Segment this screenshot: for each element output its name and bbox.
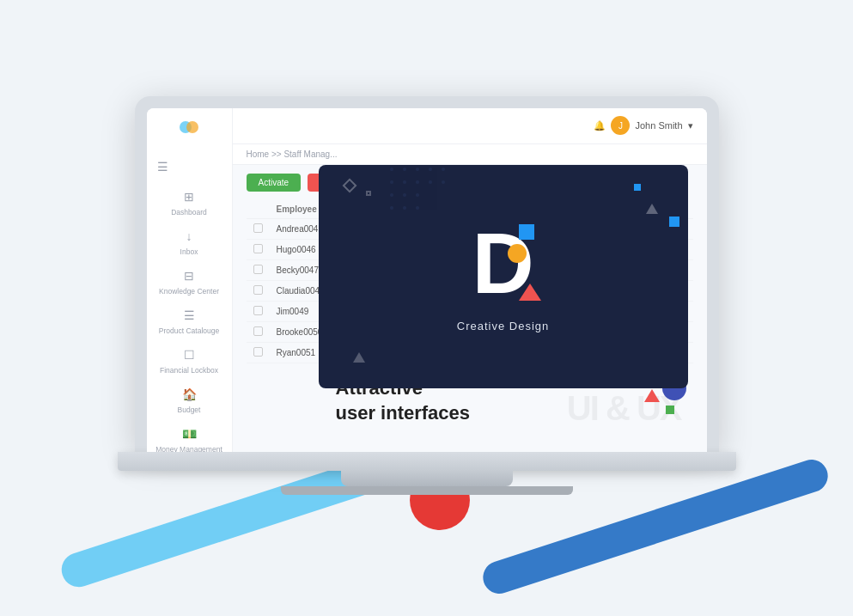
sidebar-item-dashboard[interactable]: ⊞ Dashboard [147, 182, 232, 222]
laptop-foot [281, 486, 573, 495]
svg-point-11 [442, 180, 445, 184]
activate-button[interactable]: Activate [247, 174, 302, 192]
dot-grid [387, 165, 456, 234]
svg-point-3 [403, 168, 406, 171]
sidebar-item-money[interactable]: 💵 Money Management [147, 419, 232, 452]
avatar: J [611, 116, 630, 135]
deco-blue-sq [634, 184, 641, 191]
deco-triangle [646, 204, 658, 214]
laptop-screen-inner: ☰ ⊞ Dashboard ↓ Inbox ⊟ Knowledge Center… [147, 108, 707, 452]
row-checkbox[interactable] [253, 326, 263, 336]
svg-point-13 [403, 193, 406, 197]
red-triangle-deco [519, 284, 541, 301]
financial-icon: ☐ [180, 345, 198, 364]
knowledge-label: Knowledge Center [159, 287, 219, 296]
content-area: Activate Deactivate Employee ID Employ..… [233, 165, 707, 452]
laptop-wrapper: ☰ ⊞ Dashboard ↓ Inbox ⊟ Knowledge Center… [118, 96, 736, 495]
sidebar-item-budget[interactable]: 🏠 Budget [147, 380, 232, 419]
dropdown-arrow-icon[interactable]: ▾ [688, 120, 693, 131]
topbar: 🔔 J John Smith ▾ [233, 108, 707, 144]
hamburger-icon[interactable]: ☰ [147, 160, 168, 174]
financial-label: Financial Lockbox [160, 366, 218, 375]
knowledge-icon: ⊟ [180, 266, 198, 285]
budget-label: Budget [178, 406, 201, 414]
svg-point-10 [429, 180, 432, 184]
svg-point-2 [390, 168, 393, 171]
sidebar-item-inbox[interactable]: ↓ Inbox [147, 222, 232, 261]
screen-tri-deco [644, 389, 660, 402]
breadcrumb-home[interactable]: Home >> [247, 149, 282, 159]
creative-design-overlay: D Creative Design [319, 165, 688, 388]
svg-point-9 [416, 180, 419, 184]
laptop-screen-outer: ☰ ⊞ Dashboard ↓ Inbox ⊟ Knowledge Center… [135, 96, 719, 452]
laptop-base [118, 452, 736, 471]
svg-point-8 [403, 180, 406, 184]
screen-sq-deco [666, 406, 674, 414]
money-icon: 💵 [180, 424, 198, 443]
main-content: 🔔 J John Smith ▾ Home >> Staff Manag... … [233, 108, 707, 452]
svg-point-5 [429, 168, 432, 171]
deco-sq-outline [366, 191, 371, 196]
row-checkbox[interactable] [253, 285, 263, 295]
laptop-stand [341, 471, 513, 486]
deco-blue-sq2 [669, 217, 679, 227]
money-label: Money Management [155, 445, 222, 452]
svg-point-16 [403, 206, 406, 210]
row-checkbox[interactable] [253, 347, 263, 357]
svg-point-4 [416, 168, 419, 171]
product-label: Product Catalouge [159, 326, 219, 335]
sidebar-item-knowledge[interactable]: ⊟ Knowledge Center [147, 261, 232, 301]
row-checkbox[interactable] [253, 223, 263, 233]
app-logo [177, 115, 201, 144]
topbar-user: 🔔 J John Smith ▾ [594, 116, 692, 135]
deco-diamond [342, 178, 356, 192]
budget-icon: 🏠 [180, 385, 198, 404]
creative-design-label: Creative Design [457, 320, 550, 332]
svg-point-6 [442, 168, 445, 171]
row-checkbox[interactable] [253, 306, 263, 315]
dashboard-label: Dashboard [171, 208, 207, 217]
svg-point-17 [416, 206, 419, 210]
dashboard-icon: ⊞ [180, 187, 198, 206]
inbox-label: Inbox [180, 247, 198, 256]
col-checkbox [247, 200, 270, 219]
promo-line2: user interfaces [336, 401, 471, 426]
breadcrumb: Home >> Staff Manag... [233, 144, 707, 165]
blue-sq-deco [519, 224, 534, 240]
svg-point-14 [416, 193, 419, 197]
user-name: John Smith [635, 120, 682, 131]
breadcrumb-section[interactable]: Staff Manag... [283, 149, 337, 159]
svg-point-15 [390, 206, 393, 210]
inbox-icon: ↓ [180, 227, 198, 246]
deco-triangle2 [353, 352, 365, 363]
row-checkbox[interactable] [253, 244, 263, 253]
svg-point-1 [186, 121, 198, 133]
sidebar-item-product[interactable]: ☰ Product Catalouge [147, 301, 232, 340]
overlay-content: D Creative Design [319, 165, 688, 388]
product-icon: ☰ [180, 306, 198, 325]
sidebar: ☰ ⊞ Dashboard ↓ Inbox ⊟ Knowledge Center… [147, 108, 233, 452]
row-checkbox[interactable] [253, 265, 263, 274]
sidebar-item-financial[interactable]: ☐ Financial Lockbox [147, 340, 232, 380]
bell-icon[interactable]: 🔔 [594, 120, 606, 131]
svg-point-12 [390, 193, 393, 197]
svg-point-7 [390, 180, 393, 184]
